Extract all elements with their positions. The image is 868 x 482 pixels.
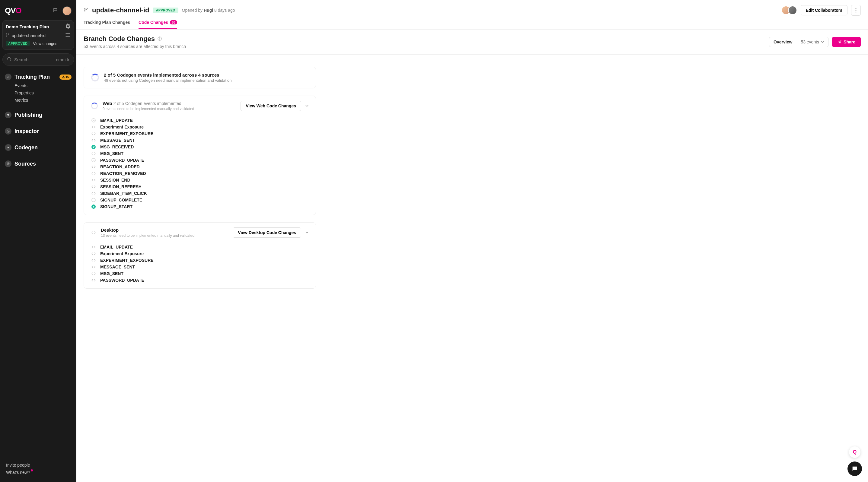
tab-tracking-plan-changes[interactable]: Tracking Plan Changes (84, 20, 130, 29)
svg-point-6 (7, 57, 10, 60)
chevron-down-icon[interactable] (305, 230, 308, 235)
event-name: MSG_RECEIVED (100, 144, 134, 149)
tab-badge: 53 (170, 20, 177, 25)
collaborator-avatars[interactable] (784, 6, 797, 15)
svg-point-15 (85, 10, 85, 11)
event-row[interactable]: MSG_RECEIVED (91, 143, 308, 150)
summary-title: 2 of 5 Codegen events implemented across… (104, 72, 232, 77)
event-row[interactable]: SESSION_REFRESH (91, 183, 308, 190)
event-row[interactable]: Experiment Exposure (91, 250, 308, 257)
summary-card: 2 of 5 Codegen events implemented across… (84, 67, 316, 88)
user-avatar[interactable] (62, 6, 71, 15)
code-icon (91, 278, 96, 283)
event-name: MSG_SENT (100, 271, 123, 276)
event-row[interactable]: MESSAGE_SENT (91, 137, 308, 143)
event-row[interactable]: EMAIL_UPDATE (91, 244, 308, 250)
nav-inspector[interactable]: Inspector (5, 126, 71, 136)
code-icon (91, 125, 96, 129)
nav-events[interactable]: Events (14, 82, 71, 89)
event-name: EXPERIMENT_EXPOSURE (100, 131, 154, 136)
notification-dot (31, 469, 33, 472)
more-menu-button[interactable] (851, 5, 861, 16)
dash-icon (91, 158, 96, 163)
nav-codegen[interactable]: Codegen (5, 142, 71, 153)
event-name: EXPERIMENT_EXPOSURE (100, 258, 154, 263)
event-row[interactable]: REACTION_REMOVED (91, 170, 308, 177)
nav-properties[interactable]: Properties (14, 89, 71, 97)
code-icon (91, 191, 96, 196)
svg-rect-8 (7, 76, 7, 78)
svg-point-0 (6, 33, 7, 34)
codegen-icon (5, 144, 11, 151)
nav-publishing[interactable]: Publishing (5, 110, 71, 120)
event-row[interactable]: Experiment Exposure (91, 124, 308, 130)
info-icon[interactable] (157, 35, 162, 43)
inspector-icon (5, 128, 11, 134)
event-row[interactable]: MSG_SENT (91, 150, 308, 157)
invite-people-link[interactable]: Invite people (6, 461, 70, 469)
event-row[interactable]: SIGNUP_START (91, 203, 308, 210)
share-button[interactable]: Share (832, 37, 861, 47)
view-source-changes-button[interactable]: View Web Code Changes (241, 101, 301, 111)
svg-point-22 (160, 38, 160, 38)
status-badge: APPROVED (6, 41, 30, 46)
chat-fab[interactable] (847, 461, 862, 476)
view-selector[interactable]: Overview 53 events (769, 37, 829, 47)
whats-new-link[interactable]: What's new? (6, 469, 70, 476)
event-row[interactable]: EXPERIMENT_EXPOSURE (91, 130, 308, 137)
nav-sources[interactable]: Sources (5, 159, 71, 169)
opened-by: Opened by Hugi 8 days ago (182, 8, 235, 13)
event-row[interactable]: SIDEBAR_ITEM_CLICK (91, 190, 308, 197)
event-row[interactable]: EMAIL_UPDATE (91, 117, 308, 124)
edit-collaborators-button[interactable]: Edit Collaborators (801, 5, 847, 15)
nav-tracking-plan[interactable]: Tracking Plan ⚠ 15 (5, 72, 71, 82)
event-name: EMAIL_UPDATE (100, 118, 133, 123)
event-name: REACTION_REMOVED (100, 171, 146, 176)
svg-point-1 (6, 36, 7, 36)
code-icon (91, 171, 96, 176)
event-row[interactable]: SESSION_END (91, 177, 308, 183)
svg-line-7 (10, 60, 11, 61)
flag-icon[interactable] (53, 7, 58, 14)
event-name: PASSWORD_UPDATE (100, 158, 144, 163)
source-sub: 13 events need to be implemented manuall… (101, 233, 194, 238)
code-icon (91, 131, 96, 136)
event-row[interactable]: EXPERIMENT_EXPOSURE (91, 257, 308, 264)
event-row[interactable]: MESSAGE_SENT (91, 264, 308, 270)
event-row[interactable]: PASSWORD_UPDATE (91, 157, 308, 163)
code-icon (91, 178, 96, 183)
search-input[interactable]: Search cmd+k (2, 54, 74, 66)
tracking-plan-badge: ⚠ 15 (59, 74, 71, 79)
view-source-changes-button[interactable]: View Desktop Code Changes (233, 227, 301, 238)
event-name: REACTION_ADDED (100, 164, 140, 169)
plan-box: Demo Tracking Plan update-channel-id APP… (2, 20, 74, 50)
event-row[interactable]: PASSWORD_UPDATE (91, 277, 308, 284)
view-changes-link[interactable]: View changes (33, 41, 57, 46)
branch-menu-icon[interactable] (65, 33, 71, 38)
source-sub: 9 events need to be implemented manually… (103, 107, 194, 111)
event-name: PASSWORD_UPDATE (100, 278, 144, 283)
plan-name[interactable]: Demo Tracking Plan (6, 24, 49, 29)
dash-icon (91, 118, 96, 123)
event-row[interactable]: REACTION_ADDED (91, 163, 308, 170)
app-logo[interactable]: QVO (5, 6, 22, 15)
code-icon (91, 258, 96, 263)
svg-point-18 (856, 10, 857, 11)
svg-point-2 (8, 33, 9, 34)
event-row[interactable]: MSG_SENT (91, 270, 308, 277)
event-name: Experiment Exposure (100, 251, 144, 256)
code-icon (91, 271, 96, 276)
code-icon (91, 251, 96, 256)
sidebar: QVO Demo Tracking Plan update-channel-id… (0, 0, 76, 482)
branch-name[interactable]: update-channel-id (12, 33, 45, 38)
section-subtitle: 53 events across 4 sources are affected … (84, 44, 186, 49)
tab-code-changes[interactable]: Code Changes 53 (138, 20, 177, 29)
event-row[interactable]: SIGNUP_COMPLETE (91, 197, 308, 203)
gear-icon[interactable] (65, 24, 71, 30)
section-title: Branch Code Changes (84, 35, 155, 43)
event-name: MESSAGE_SENT (100, 264, 135, 269)
event-name: SIDEBAR_ITEM_CLICK (100, 191, 147, 196)
nav-metrics[interactable]: Metrics (14, 97, 71, 104)
chevron-down-icon[interactable] (305, 103, 308, 108)
app-badge-fab[interactable]: Q (849, 446, 861, 458)
